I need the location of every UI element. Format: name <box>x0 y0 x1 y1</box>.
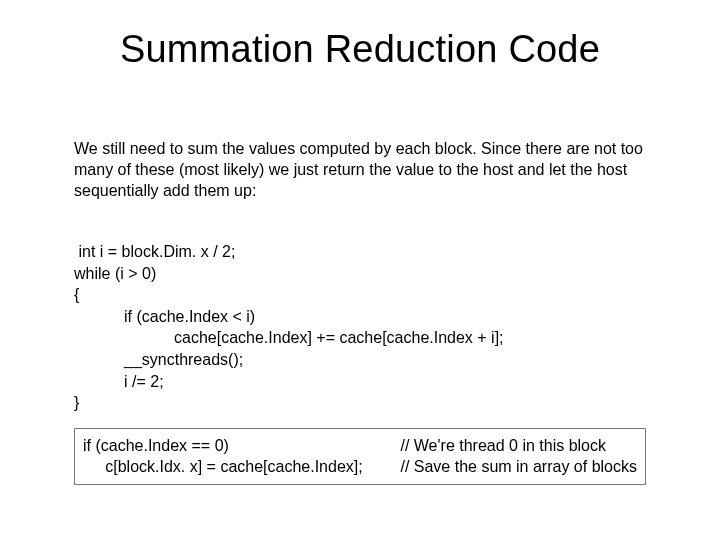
boxed-right: // We're thread 0 in this block // Save … <box>400 435 637 478</box>
code-line: } <box>74 394 79 411</box>
code-line: if (cache.Index == 0) <box>83 437 229 454</box>
code-line: int i = block.Dim. x / 2; <box>74 243 235 260</box>
code-line: __syncthreads(); <box>74 351 243 368</box>
code-line: cache[cache.Index] += cache[cache.Index … <box>74 329 504 346</box>
code-line: while (i > 0) <box>74 265 156 282</box>
code-line: i /= 2; <box>74 373 164 390</box>
slide-body: We still need to sum the values computed… <box>0 79 720 485</box>
code-line: if (cache.Index < i) <box>74 308 255 325</box>
comment-line: // We're thread 0 in this block <box>400 437 606 454</box>
slide-title: Summation Reduction Code <box>0 0 720 79</box>
intro-paragraph: We still need to sum the values computed… <box>74 139 646 201</box>
code-line: { <box>74 286 79 303</box>
comment-line: // Save the sum in array of blocks <box>400 458 637 475</box>
code-line: c[block.Idx. x] = cache[cache.Index]; <box>83 458 363 475</box>
boxed-code: if (cache.Index == 0) c[block.Idx. x] = … <box>74 428 646 485</box>
boxed-left: if (cache.Index == 0) c[block.Idx. x] = … <box>83 435 363 478</box>
code-block: int i = block.Dim. x / 2; while (i > 0) … <box>74 219 646 413</box>
slide: Summation Reduction Code We still need t… <box>0 0 720 540</box>
